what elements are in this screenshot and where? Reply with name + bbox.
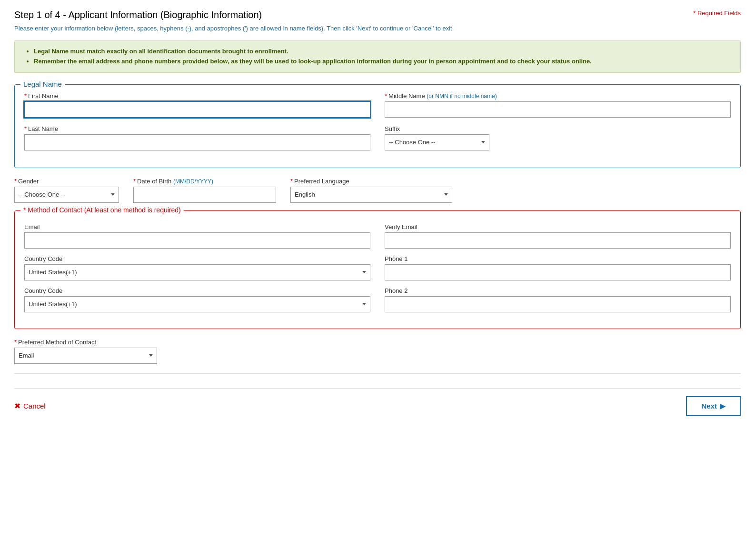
phone2-group: Phone 2 bbox=[385, 287, 731, 312]
phone1-label: Phone 1 bbox=[385, 255, 731, 262]
country-code-2-group: Country Code United States(+1) Canada(+1… bbox=[24, 287, 370, 312]
preferred-language-label: *Preferred Language bbox=[290, 178, 452, 185]
country-code-1-group: Country Code United States(+1) Canada(+1… bbox=[24, 255, 370, 280]
legal-name-section: Legal Name *First Name *Middle Name (or … bbox=[14, 84, 741, 168]
bottom-bar: ✖ Cancel Next ▶ bbox=[14, 388, 741, 416]
name-row-2: *Last Name Suffix -- Choose One -- Jr. S… bbox=[24, 125, 731, 150]
preferred-contact-select[interactable]: Email Phone bbox=[14, 348, 157, 364]
email-input[interactable] bbox=[24, 232, 370, 249]
suffix-group: Suffix -- Choose One -- Jr. Sr. II III I… bbox=[385, 125, 489, 150]
dob-group: *Date of Birth (MM/DD/YYYY) bbox=[133, 178, 276, 203]
verify-email-input[interactable] bbox=[385, 232, 731, 249]
phone1-row: Country Code United States(+1) Canada(+1… bbox=[24, 255, 731, 280]
country-code-1-select[interactable]: United States(+1) Canada(+1) Mexico(+52)… bbox=[24, 264, 370, 280]
last-name-group: *Last Name bbox=[24, 125, 370, 150]
email-row: Email Verify Email bbox=[24, 223, 731, 249]
page-header: Step 1 of 4 - Applicant Information (Bio… bbox=[14, 10, 741, 20]
cancel-icon: ✖ bbox=[14, 401, 20, 410]
last-name-label: *Last Name bbox=[24, 125, 370, 132]
country-code-2-label: Country Code bbox=[24, 287, 370, 294]
last-name-input[interactable] bbox=[24, 134, 370, 150]
first-name-group: *First Name bbox=[24, 92, 370, 118]
info-list: Legal Name must match exactly on all ide… bbox=[24, 47, 731, 67]
suffix-select[interactable]: -- Choose One -- Jr. Sr. II III IV bbox=[385, 134, 489, 150]
contact-legend: * Method of Contact (At least one method… bbox=[20, 206, 184, 214]
country-code-1-label: Country Code bbox=[24, 255, 370, 262]
gender-group: *Gender -- Choose One -- Male Female bbox=[14, 178, 119, 203]
phone2-label: Phone 2 bbox=[385, 287, 731, 294]
dob-label: *Date of Birth (MM/DD/YYYY) bbox=[133, 178, 276, 185]
email-group: Email bbox=[24, 223, 370, 249]
middle-name-group: *Middle Name (or NMN if no middle name) bbox=[385, 92, 731, 118]
email-label: Email bbox=[24, 223, 370, 230]
required-fields-note: * Required Fields bbox=[693, 10, 741, 17]
phone2-row: Country Code United States(+1) Canada(+1… bbox=[24, 287, 731, 312]
info-item-2: Remember the email address and phone num… bbox=[34, 57, 731, 67]
next-arrow-icon: ▶ bbox=[720, 402, 725, 410]
gender-select[interactable]: -- Choose One -- Male Female bbox=[14, 187, 119, 203]
middle-name-input[interactable] bbox=[385, 101, 731, 118]
verify-email-label: Verify Email bbox=[385, 223, 731, 230]
preferred-language-group: *Preferred Language English Spanish Fren… bbox=[290, 178, 452, 203]
verify-email-group: Verify Email bbox=[385, 223, 731, 249]
method-of-contact-section: * Method of Contact (At least one method… bbox=[14, 210, 741, 329]
country-code-2-select[interactable]: United States(+1) Canada(+1) Mexico(+52)… bbox=[24, 296, 370, 312]
cancel-button[interactable]: ✖ Cancel bbox=[14, 401, 46, 410]
gender-label: *Gender bbox=[14, 178, 119, 185]
phone2-input[interactable] bbox=[385, 296, 731, 312]
name-row-1: *First Name *Middle Name (or NMN if no m… bbox=[24, 92, 731, 118]
legal-name-legend: Legal Name bbox=[20, 80, 65, 88]
subtitle: Please enter your information below (let… bbox=[14, 24, 741, 33]
dob-input[interactable] bbox=[133, 187, 276, 203]
info-item-1: Legal Name must match exactly on all ide… bbox=[34, 47, 731, 57]
phone1-input[interactable] bbox=[385, 264, 731, 280]
preferred-contact-label: *Preferred Method of Contact bbox=[14, 339, 157, 346]
personal-info-row: *Gender -- Choose One -- Male Female *Da… bbox=[14, 178, 741, 203]
preferred-language-select[interactable]: English Spanish French Chinese Other bbox=[290, 187, 452, 203]
page-title: Step 1 of 4 - Applicant Information (Bio… bbox=[14, 10, 262, 20]
first-name-input[interactable] bbox=[24, 101, 370, 118]
next-label: Next bbox=[701, 402, 717, 410]
first-name-label: *First Name bbox=[24, 92, 370, 100]
next-button[interactable]: Next ▶ bbox=[686, 396, 741, 416]
suffix-label: Suffix bbox=[385, 125, 489, 132]
middle-name-label: *Middle Name (or NMN if no middle name) bbox=[385, 92, 731, 100]
info-box: Legal Name must match exactly on all ide… bbox=[14, 40, 741, 73]
cancel-label: Cancel bbox=[23, 402, 46, 410]
preferred-contact-group: *Preferred Method of Contact Email Phone bbox=[14, 339, 157, 364]
bottom-divider bbox=[14, 373, 741, 374]
phone1-group: Phone 1 bbox=[385, 255, 731, 280]
